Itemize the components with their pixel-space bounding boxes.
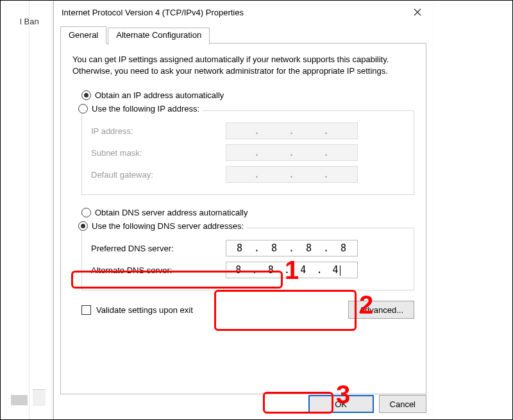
dialog-actions: OK Cancel — [308, 395, 426, 413]
radio-icon — [81, 90, 91, 100]
alternate-dns-label: Alternate DNS server: — [91, 265, 226, 275]
row-ip-address: IP address: ... — [91, 120, 405, 142]
text-caret — [340, 265, 341, 276]
footer-options-row: Validate settings upon exit Advanced... — [72, 301, 414, 319]
tab-strip: General Alternate Configuration — [60, 26, 433, 44]
dns-manual-fieldset: Use the following DNS server addresses: … — [81, 228, 414, 290]
radio-label: Obtain an IP address automatically — [95, 90, 224, 100]
octet: 8 — [226, 264, 251, 276]
cancel-button[interactable]: Cancel — [379, 395, 426, 413]
ip-manual-fieldset: Use the following IP address: IP address… — [81, 110, 414, 195]
default-gateway-input: ... — [226, 166, 358, 183]
octet: 4 — [291, 264, 315, 276]
checkbox-icon — [81, 305, 91, 315]
tab-alternate-configuration[interactable]: Alternate Configuration — [108, 28, 210, 45]
ipv4-properties-dialog: Internet Protocol Version 4 (TCP/IPv4) P… — [53, 1, 433, 420]
advanced-button[interactable]: Advanced... — [348, 301, 414, 319]
octet: 4 — [324, 264, 357, 276]
subnet-mask-label: Subnet mask: — [91, 148, 226, 158]
close-button[interactable] — [402, 1, 433, 24]
radio-use-following-ip[interactable]: Use the following IP address: — [78, 104, 202, 113]
titlebar: Internet Protocol Version 4 (TCP/IPv4) P… — [54, 1, 433, 24]
octet: 8 — [296, 242, 323, 254]
octet: 8 — [330, 242, 357, 254]
preferred-dns-input[interactable]: 8. 8. 8. 8 — [226, 240, 358, 256]
alternate-dns-input[interactable]: 8. 8. 4. 4 — [226, 262, 358, 278]
checkbox-label: Validate settings upon exit — [96, 305, 193, 315]
ok-button[interactable]: OK — [308, 395, 374, 413]
general-tab-panel: You can get IP settings assigned automat… — [60, 43, 426, 394]
tab-general[interactable]: General — [60, 26, 106, 44]
radio-icon — [78, 104, 88, 113]
intro-text: You can get IP settings assigned automat… — [72, 54, 414, 76]
octet: 8 — [259, 264, 283, 276]
radio-label: Use the following IP address: — [92, 104, 199, 113]
ip-address-input: ... — [226, 122, 358, 139]
radio-label: Obtain DNS server address automatically — [95, 208, 248, 217]
radio-use-following-dns[interactable]: Use the following DNS server addresses: — [78, 221, 246, 231]
radio-icon — [81, 208, 91, 217]
row-alternate-dns: Alternate DNS server: 8. 8. 4. 4 — [91, 259, 405, 281]
ip-obtain-group: Obtain an IP address automatically — [81, 88, 414, 103]
dns-obtain-group: Obtain DNS server address automatically — [81, 205, 414, 220]
radio-obtain-dns-auto[interactable]: Obtain DNS server address automatically — [81, 205, 414, 220]
radio-obtain-ip-auto[interactable]: Obtain an IP address automatically — [81, 88, 414, 103]
subnet-mask-input: ... — [226, 144, 358, 161]
dialog-title: Internet Protocol Version 4 (TCP/IPv4) P… — [62, 8, 402, 17]
radio-label: Use the following DNS server addresses: — [92, 221, 244, 231]
close-icon — [414, 8, 421, 16]
octet: 8 — [261, 242, 288, 254]
row-preferred-dns: Preferred DNS server: 8. 8. 8. 8 — [91, 237, 405, 259]
octet: 8 — [226, 242, 253, 254]
row-default-gateway: Default gateway: ... — [91, 164, 405, 185]
validate-settings-checkbox[interactable]: Validate settings upon exit — [81, 305, 193, 315]
radio-icon — [78, 221, 88, 231]
background-panel-edge — [33, 389, 46, 406]
row-subnet-mask: Subnet mask: ... — [91, 142, 405, 164]
background-scrollbar-fragment — [11, 395, 28, 405]
preferred-dns-label: Preferred DNS server: — [91, 244, 226, 253]
ip-address-label: IP address: — [91, 126, 226, 136]
background-divider — [29, 1, 29, 420]
default-gateway-label: Default gateway: — [91, 170, 226, 180]
